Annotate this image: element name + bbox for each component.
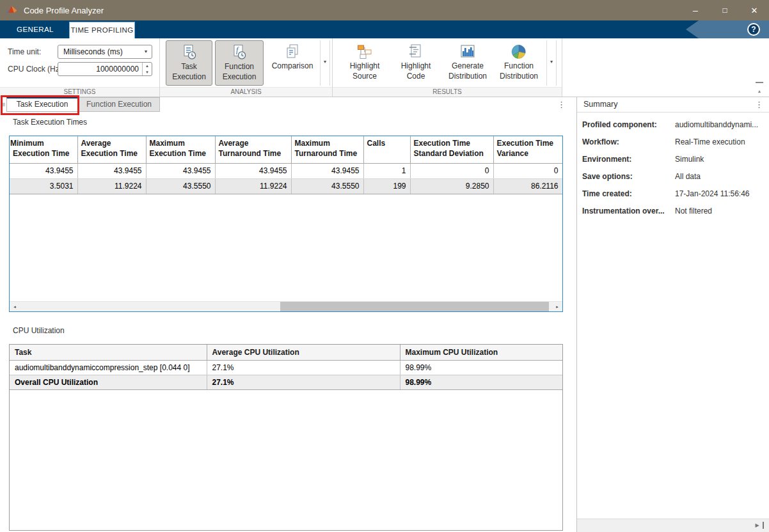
tab-function-execution[interactable]: Function Execution <box>78 97 160 112</box>
field-label: Instrumentation over... <box>582 207 674 215</box>
function-distribution-icon <box>511 43 527 60</box>
tab-time-profiling[interactable]: TIME PROFILING <box>69 22 135 38</box>
column-header[interactable]: Calls <box>363 136 410 163</box>
table-row[interactable]: Overall CPU Utilization 27.1% 98.99% <box>10 375 562 389</box>
scroll-left-icon[interactable]: ◂ <box>10 302 20 311</box>
table-row[interactable]: 3.5031 11.9224 43.5550 11.9224 43.5550 1… <box>10 178 562 194</box>
results-gallery-dropdown[interactable]: ▾ <box>546 40 557 86</box>
field-label: Workflow: <box>582 137 674 146</box>
time-unit-dropdown[interactable]: Milliseconds (ms) ▾ <box>58 45 152 59</box>
function-distribution-button[interactable]: Function Distribution <box>494 40 544 86</box>
function-distribution-label-1: Function <box>494 61 544 71</box>
time-unit-label: Time unit: <box>8 45 41 59</box>
minimize-icon[interactable]: – <box>681 0 710 20</box>
cell: 1 <box>363 163 410 178</box>
column-header[interactable]: AverageTurnaround Time <box>215 136 291 163</box>
cell: 43.9455 <box>215 163 291 178</box>
collapse-toolstrip-icon: ▲ <box>757 89 762 93</box>
window-controls: – □ ✕ <box>681 0 769 20</box>
cell: audiomultibanddynamiccompression_step [0… <box>10 360 207 375</box>
highlight-code-button[interactable]: Highlight Code <box>392 40 440 86</box>
tab-bar-menu-icon[interactable]: ⋮ <box>557 100 566 110</box>
tab-general[interactable]: GENERAL <box>12 20 59 38</box>
titlebar: Code Profile Analyzer – □ ✕ <box>0 0 769 20</box>
generate-distribution-label-1: Generate <box>443 61 493 71</box>
document-tab-bar: ≡ Task Execution Function Execution ⋮ <box>0 97 576 112</box>
spin-down-icon[interactable]: ▾ <box>143 69 152 75</box>
ribbon-tab-bar: GENERAL TIME PROFILING ? <box>0 20 769 38</box>
field-value: Real-Time execution <box>675 137 766 146</box>
results-section-label: RESULTS <box>333 87 562 97</box>
column-header[interactable]: Average CPU Utilization <box>207 345 400 360</box>
column-header[interactable]: Execution TimeStandard Deviation <box>410 136 493 163</box>
cell: 11.9224 <box>215 178 291 194</box>
section-divider <box>562 38 562 97</box>
table-row[interactable]: audiomultibanddynamiccompression_step [0… <box>10 360 562 375</box>
function-execution-button[interactable]: f Function Execution <box>215 40 264 86</box>
highlight-source-label-2: Source <box>340 71 389 81</box>
task-execution-label-1: Task <box>166 61 212 72</box>
cell: 0 <box>493 163 562 178</box>
function-execution-label-1: Function <box>216 61 263 72</box>
cell: Overall CPU Utilization <box>10 375 207 389</box>
highlight-code-icon <box>408 43 424 60</box>
settings-section-label: SETTINGS <box>0 87 159 97</box>
comparison-button[interactable]: Comparison <box>267 40 318 86</box>
field-value: Simulink <box>675 155 766 164</box>
cell: 27.1% <box>207 375 400 389</box>
spin-up-icon[interactable]: ▴ <box>143 63 152 69</box>
comparison-icon <box>284 43 301 60</box>
exec-table-header-row: MinimumExecution Time AverageExecution T… <box>10 136 562 163</box>
column-header[interactable]: MaximumExecution Time <box>146 136 215 163</box>
scroll-right-icon[interactable]: ▸ <box>552 302 562 311</box>
help-icon[interactable]: ? <box>747 23 760 36</box>
summary-bottom-bar: ▶ <box>577 519 769 532</box>
cpu-clock-label: CPU Clock (Hz): <box>8 62 64 76</box>
cell: 43.5550 <box>291 178 363 194</box>
task-execution-times-table: MinimumExecution Time AverageExecution T… <box>9 136 563 312</box>
function-execution-icon: f <box>231 44 248 61</box>
column-header[interactable]: Execution TimeVariance <box>493 136 562 163</box>
tab-list-icon[interactable]: ≡ <box>1 100 5 108</box>
field-value: 17-Jan-2024 11:56:46 <box>675 189 766 198</box>
task-execution-times-heading: Task Execution Times <box>13 118 87 127</box>
close-icon[interactable]: ✕ <box>740 0 769 20</box>
cell: 3.5031 <box>10 178 77 194</box>
collapse-toolstrip-button[interactable]: ▲ <box>756 82 763 95</box>
cell: 98.99% <box>400 375 562 389</box>
cpu-clock-input[interactable] <box>58 63 141 75</box>
toolstrip: Time unit: Milliseconds (ms) ▾ CPU Clock… <box>0 38 769 97</box>
time-unit-value: Milliseconds (ms) <box>63 47 123 56</box>
dock-right-button[interactable]: ▶ <box>755 522 764 529</box>
maximize-icon[interactable]: □ <box>710 0 740 20</box>
scrollbar-thumb[interactable] <box>280 302 549 311</box>
highlight-source-label-1: Highlight <box>340 61 389 71</box>
generate-distribution-icon <box>459 43 476 60</box>
column-header[interactable]: Task <box>10 345 207 360</box>
function-distribution-label-2: Distribution <box>494 71 544 81</box>
chevron-down-icon: ▾ <box>324 59 326 65</box>
column-header[interactable]: AverageExecution Time <box>77 136 146 163</box>
horizontal-scrollbar[interactable]: ◂ ▸ <box>10 301 562 311</box>
column-header[interactable]: MaximumTurnaround Time <box>291 136 363 163</box>
cell: 27.1% <box>207 360 400 375</box>
chevron-down-icon: ▾ <box>550 59 553 65</box>
cell: 98.99% <box>400 360 562 375</box>
generate-distribution-button[interactable]: Generate Distribution <box>443 40 493 86</box>
main-content: ≡ Task Execution Function Execution ⋮ Ta… <box>0 97 769 532</box>
analysis-gallery-dropdown[interactable]: ▾ <box>320 40 330 86</box>
column-header[interactable]: Maximum CPU Utilization <box>400 345 562 360</box>
profiling-pane: ≡ Task Execution Function Execution ⋮ Ta… <box>0 97 576 532</box>
summary-title: Summary <box>583 100 617 109</box>
cpu-clock-spinner: ▴ ▾ <box>58 62 152 76</box>
highlight-source-button[interactable]: Highlight Source <box>340 40 389 86</box>
task-execution-icon <box>181 44 198 61</box>
tab-task-execution[interactable]: Task Execution <box>6 97 78 112</box>
summary-menu-icon[interactable]: ⋮ <box>755 100 763 110</box>
table-row[interactable]: 43.9455 43.9455 43.9455 43.9455 43.9455 … <box>10 163 562 178</box>
function-execution-label-2: Execution <box>216 72 263 82</box>
task-execution-button[interactable]: Task Execution <box>166 40 212 86</box>
chevron-down-icon: ▾ <box>145 45 147 58</box>
column-header[interactable]: MinimumExecution Time <box>10 136 77 163</box>
window-title: Code Profile Analyzer <box>24 6 104 15</box>
